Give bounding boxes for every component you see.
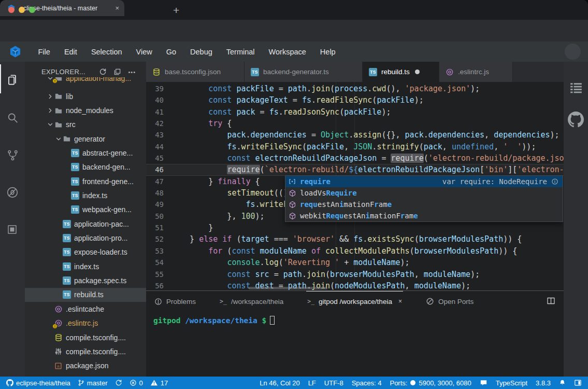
menu-debug[interactable]: Debug [183,41,220,62]
tree-item-lib[interactable]: lib [25,89,146,103]
tree-item-rebuild.ts[interactable]: TSrebuild.ts [25,288,146,302]
tree-item-package.spec.ts[interactable]: TSpackage.spec.ts [25,273,146,287]
menu-help[interactable]: Help [313,41,342,62]
suggestion-item-1[interactable]: loadVsRequire [285,187,563,199]
status-branch[interactable]: master [78,379,108,387]
tree-item-src[interactable]: src [25,118,146,132]
tree-item-label: lib [66,92,73,101]
tab-close-icon[interactable]: × [115,4,119,12]
menu-go[interactable]: Go [159,41,183,62]
clipped-tree-row[interactable]: !application-manag... [25,77,146,86]
tree-item-generator[interactable]: generator [25,132,146,146]
status-repo[interactable]: eclipse-theia/theia [6,379,70,387]
tree-item-frontend-gene...[interactable]: TSfrontend-gene... [25,174,146,188]
suggestion-item-0[interactable]: requirevar require: NodeRequire [285,176,563,187]
code-line-40: 40 const packageText = fs.readFileSync(p… [146,94,564,106]
svg-text:n: n [57,364,60,368]
menu-view[interactable]: View [129,41,159,62]
status-errors[interactable]: 0 [130,379,143,387]
code-text: require(`electron-rebuild/${electronRebu… [171,165,564,174]
ports-icon [426,297,434,305]
suggestion-item-2[interactable]: requestAnimationFrame [285,199,563,210]
panel-tab-problems[interactable]: Problems [153,291,197,311]
menu-edit[interactable]: Edit [57,41,84,62]
more-actions-icon[interactable]: ••• [128,69,136,75]
editor-tab-rebuild.ts[interactable]: TSrebuild.ts [363,62,439,82]
status-cursor-position[interactable]: Ln 46, Col 20 [260,379,299,387]
file-type-icon [54,92,65,100]
code-line-45: 45 const electronRebuildPackageJson = re… [146,152,564,164]
status-eol[interactable]: LF [308,379,316,387]
tree-item-webpack-gen...[interactable]: TSwebpack-gen... [25,203,146,217]
file-tree: libnode_modulessrcgeneratorTSabstract-ge… [25,89,146,373]
status-notifications[interactable] [559,379,566,386]
menu-selection[interactable]: Selection [84,41,129,62]
menu-terminal[interactable]: Terminal [219,41,262,62]
file-type-icon: TS [63,234,73,242]
panel-tab-gitpod-workspace-theia[interactable]: >_gitpod /workspace/theia× [306,291,403,311]
status-feedback[interactable] [480,379,487,386]
terminal-prompt[interactable]: gitpod /workspace/theia $ [153,316,275,325]
tree-item-compile.tsconfig....[interactable]: compile.tsconfig.... [25,330,146,344]
status-encoding[interactable]: UTF-8 [324,379,343,387]
sync-icon [115,379,122,386]
tree-item-label: expose-loader.ts [74,248,127,256]
tree-item-backend-gen...[interactable]: TSbackend-gen... [25,160,146,174]
tree-item-label: index.ts [82,191,107,200]
outline-view[interactable] [564,72,588,104]
traffic-light-maximize-icon[interactable] [29,7,35,13]
activity-source-control[interactable] [0,139,25,171]
panel-tab--workspace-theia[interactable]: >_/workspace/theia [219,291,284,311]
github-view[interactable] [564,103,588,135]
menu-file[interactable]: File [31,41,57,62]
tree-item-node-modules[interactable]: node_modules [25,103,146,117]
editor-tab-backend-generator.ts[interactable]: TSbackend-generator.ts [245,62,363,82]
traffic-light-close-icon[interactable] [8,7,15,13]
file-type-icon: TS [63,248,73,256]
status-panel-toggle[interactable] [574,379,582,386]
code-line-54: 54 console.log('Reverting ' + moduleName… [146,257,564,268]
activity-files[interactable] [0,64,25,96]
tree-item-package.json[interactable]: npackage.json [25,359,146,373]
workspace-avatar[interactable] [565,44,581,60]
status-language[interactable]: TypeScript [496,379,527,387]
activity-debug-disabled[interactable] [0,176,25,209]
activity-search[interactable] [0,102,25,134]
status-label: Ports: [390,379,407,387]
tree-item-expose-loader.ts[interactable]: TSexpose-loader.ts [25,245,146,259]
menu-workspace[interactable]: Workspace [262,41,313,62]
suggestion-item-3[interactable]: webkitRequestAnimationFrame [285,210,563,221]
status-sync[interactable] [115,379,122,386]
status-ts-version[interactable]: 3.8.3 [536,379,551,387]
horizontal-scrollbar[interactable] [249,287,327,289]
tree-item-.eslintrc.js[interactable]: !.eslintrc.js [25,316,146,330]
tree-item-label: compile.tsconfig.... [66,334,126,342]
tree-item-application-pro...[interactable]: TSapplication-pro... [25,231,146,245]
split-terminal-icon[interactable] [547,297,555,305]
editor-tab-base.tsconfig.json[interactable]: base.tsconfig.json [146,62,245,82]
traffic-light-minimize-icon[interactable] [19,7,25,13]
status-ports[interactable]: Ports:5900, 3000, 6080 [390,379,471,387]
tree-item-label: src [66,120,76,129]
tree-item-clipped[interactable]: !application-manag... [25,77,146,85]
panel-tab-open-ports[interactable]: Open Ports [425,291,475,311]
code-line-55: 55 const src = path.join(browserModulesP… [146,269,564,280]
close-icon[interactable]: × [398,298,402,305]
tree-item-abstract-gene...[interactable]: TSabstract-gene... [25,146,146,160]
refresh-icon[interactable] [99,68,107,76]
tree-item-.eslintcache[interactable]: .eslintcache [25,302,146,316]
info-icon[interactable] [550,178,560,185]
tree-item-application-pac...[interactable]: TSapplication-pac... [25,217,146,231]
panel-tab-label: gitpod /workspace/theia [319,298,392,305]
collapse-all-icon[interactable] [113,68,121,76]
editor-tab-.eslintrc.js[interactable]: .eslintrc.js [439,62,513,82]
tree-item-compile.tsconfig....[interactable]: compile.tsconfig.... [25,344,146,358]
tree-item-index.ts[interactable]: TSindex.ts [25,188,146,202]
line-number: 56 [146,280,164,290]
new-tab-button[interactable]: + [173,4,179,17]
status-warnings[interactable]: 17 [150,379,168,387]
tree-item-index.ts[interactable]: TSindex.ts [25,259,146,273]
activity-extensions[interactable] [0,214,25,246]
status-indentation[interactable]: Spaces: 4 [352,379,382,387]
file-type-icon: TS [71,149,81,157]
